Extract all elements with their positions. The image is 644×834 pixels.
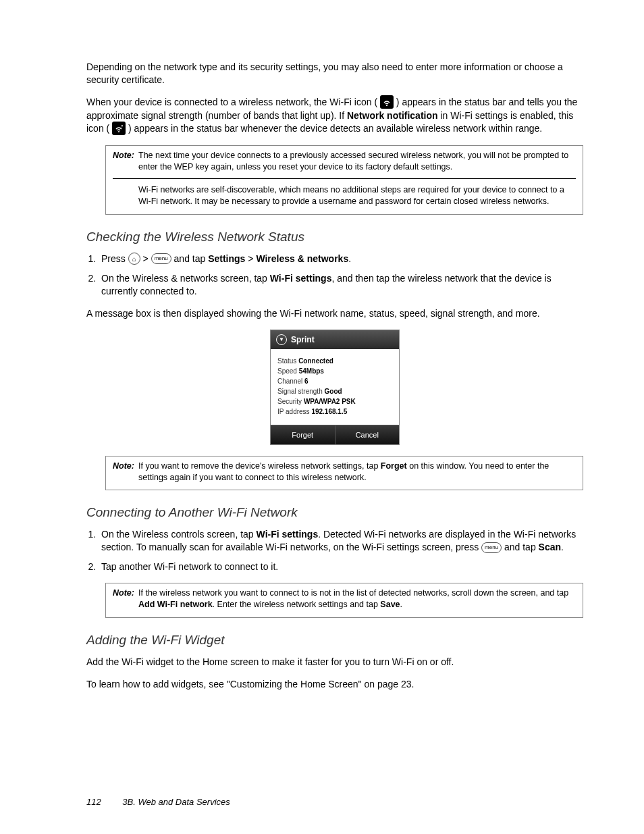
cancel-button[interactable]: Cancel <box>336 425 400 444</box>
divider <box>113 178 576 179</box>
text-bold: Wi-Fi settings <box>270 273 332 284</box>
text-bold: Scan <box>539 542 561 552</box>
text-bold: Wi-Fi settings <box>257 529 319 540</box>
dialog-title-text: Sprint <box>291 335 315 344</box>
svg-text:?: ? <box>121 124 124 128</box>
note-body: The next time your device connects to a … <box>138 150 576 173</box>
text-bold: Network notification <box>347 110 438 121</box>
dialog-body: Status Connected Speed 54Mbps Channel 6 … <box>271 349 399 425</box>
text-bold: Settings <box>208 253 245 264</box>
text: and tap <box>502 542 539 552</box>
paragraph: Add the Wi-Fi widget to the Home screen … <box>86 656 583 669</box>
menu-icon: menu <box>481 542 502 553</box>
svg-point-0 <box>386 105 387 106</box>
section-heading: Adding the Wi-Fi Widget <box>86 633 583 648</box>
dialog-title: ▾ Sprint <box>271 330 399 349</box>
note-label: Note: <box>113 588 138 610</box>
paragraph: To learn how to add widgets, see "Custom… <box>86 678 583 691</box>
dialog-row: Status Connected <box>277 356 392 366</box>
dialog-row: Security WPA/WPA2 PSK <box>277 396 392 407</box>
text: . <box>348 253 351 264</box>
forget-button[interactable]: Forget <box>271 425 336 444</box>
home-icon: ⌂ <box>128 253 140 265</box>
text: ) appears in the status bar whenever the… <box>128 123 542 134</box>
note-box: Note: The next time your device connects… <box>105 145 583 215</box>
note-body: Wi-Fi networks are self-discoverable, wh… <box>138 184 576 207</box>
note-label: Note: <box>113 461 138 484</box>
wifi-icon <box>380 95 394 109</box>
text: On the Wireless controls screen, tap <box>101 529 257 540</box>
text: > <box>245 253 256 264</box>
note-body: If you want to remove the device's wirel… <box>138 461 576 484</box>
text: and tap <box>174 253 209 264</box>
wifi-question-icon: ? <box>112 122 126 135</box>
menu-icon: menu <box>151 253 171 264</box>
section-heading: Connecting to Another Wi-Fi Network <box>86 505 583 520</box>
text: Press <box>101 253 128 264</box>
page-footer: 112 3B. Web and Data Services <box>86 797 230 807</box>
text-bold: Wireless & networks <box>256 253 348 264</box>
paragraph: When your device is connected to a wirel… <box>86 96 583 136</box>
text: > <box>143 253 149 264</box>
section-heading: Checking the Wireless Network Status <box>86 230 583 244</box>
dialog-row: Channel 6 <box>277 376 392 386</box>
svg-point-2 <box>118 131 119 132</box>
ordered-list: On the Wireless controls screen, tap Wi-… <box>99 528 583 573</box>
text: On the Wireless & networks screen, tap <box>101 273 270 284</box>
paragraph: Depending on the network type and its se… <box>86 61 583 86</box>
note-box: Note: If you want to remove the device's… <box>105 456 583 491</box>
list-item: Tap another Wi-Fi network to connect to … <box>99 561 583 573</box>
note-body: If the wireless network you want to conn… <box>138 588 576 610</box>
text: . <box>561 542 564 552</box>
dialog-row: Speed 54Mbps <box>277 366 392 376</box>
paragraph: A message box is then displayed showing … <box>86 307 583 320</box>
wifi-status-dialog: ▾ Sprint Status Connected Speed 54Mbps C… <box>270 330 400 445</box>
list-item: Press ⌂ > menu and tap Settings > Wirele… <box>99 253 583 265</box>
footer-section: 3B. Web and Data Services <box>122 797 230 807</box>
list-item: On the Wireless & networks screen, tap W… <box>99 272 583 298</box>
dialog-row: IP address 192.168.1.5 <box>277 407 392 417</box>
list-item: On the Wireless controls screen, tap Wi-… <box>99 528 583 554</box>
dialog-row: Signal strength Good <box>277 386 392 396</box>
note-box: Note: If the wireless network you want t… <box>105 583 583 618</box>
wifi-dialog-icon: ▾ <box>276 334 287 345</box>
text: When your device is connected to a wirel… <box>86 97 377 107</box>
page-number: 112 <box>86 797 101 807</box>
note-label: Note: <box>113 150 138 173</box>
ordered-list: Press ⌂ > menu and tap Settings > Wirele… <box>99 253 583 298</box>
